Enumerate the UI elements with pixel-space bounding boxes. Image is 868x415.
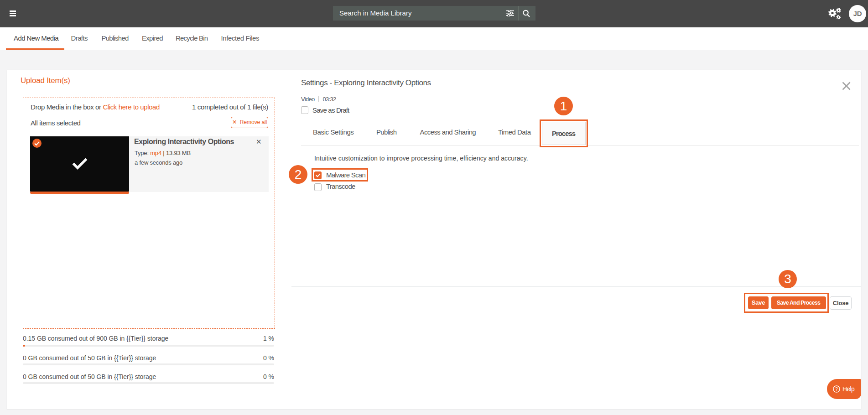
svg-text:?: ? [835,387,838,392]
